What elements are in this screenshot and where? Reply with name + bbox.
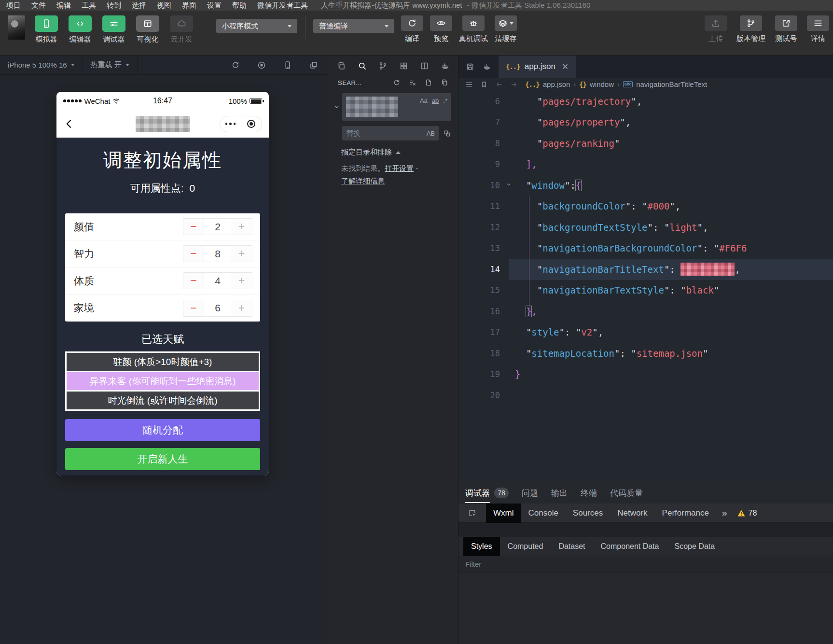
menu-item-选择[interactable]: 选择	[126, 1, 152, 10]
action-预览[interactable]: 预览	[430, 15, 452, 43]
explorer-icon[interactable]	[337, 61, 346, 70]
action-编译[interactable]: 编译	[401, 15, 423, 43]
restart-icon[interactable]	[231, 61, 240, 70]
filter-input[interactable]: Filter	[458, 556, 833, 573]
tool-模拟器[interactable]: 模拟器	[34, 15, 59, 44]
devtools-tab-Console[interactable]: Console	[521, 504, 565, 523]
extensions-icon[interactable]	[399, 61, 408, 70]
menu-item-界面[interactable]: 界面	[177, 1, 202, 10]
talent-item[interactable]: 驻颜 (体质>10时颜值+3)	[67, 353, 259, 371]
styles-tab-Styles[interactable]: Styles	[463, 537, 500, 556]
replace-input[interactable]: 替换 AB	[342, 126, 439, 140]
source-control-icon[interactable]	[378, 61, 388, 70]
styles-tab-Dataset[interactable]: Dataset	[551, 537, 593, 556]
clear-results-icon[interactable]	[409, 79, 416, 86]
increase-button[interactable]: +	[231, 218, 252, 235]
replace-all-icon[interactable]	[443, 129, 451, 138]
debugger-tab-代码质量[interactable]: 代码质量	[610, 482, 643, 504]
code-line-10[interactable]: 10"window":{	[458, 175, 833, 196]
debugger-tab-输出[interactable]: 输出	[551, 482, 568, 504]
storage-icon[interactable]	[466, 62, 474, 71]
learn-more-link[interactable]: 了解详细信息	[341, 177, 385, 185]
decrease-button[interactable]: −	[183, 218, 204, 235]
code-line-9[interactable]: 9],	[458, 154, 833, 175]
search-details-toggle[interactable]: 指定目录和排除	[341, 148, 451, 157]
open-settings-link[interactable]: 打开设置	[385, 164, 414, 172]
menu-item-转到[interactable]: 转到	[101, 1, 126, 10]
action-详情[interactable]: 详情	[807, 15, 829, 43]
talent-item[interactable]: 时光倒流 (或许时间会倒流)	[67, 392, 259, 409]
back-icon[interactable]	[63, 118, 75, 130]
tool-编辑器[interactable]: 编辑器	[68, 15, 93, 44]
action-测试号[interactable]: 测试号	[775, 15, 797, 43]
open-editor-icon[interactable]	[425, 79, 432, 86]
detach-window-icon[interactable]	[309, 61, 318, 70]
docker-icon[interactable]	[441, 61, 450, 70]
search-icon[interactable]	[358, 61, 367, 70]
outline-icon[interactable]	[465, 81, 473, 88]
increase-button[interactable]: +	[231, 300, 252, 317]
menu-item-帮助[interactable]: 帮助	[227, 1, 252, 10]
fold-chevron-icon[interactable]	[505, 181, 512, 188]
debugger-tab-调试器[interactable]: 调试器78	[465, 482, 509, 504]
code-line-20[interactable]: 20	[458, 385, 833, 406]
stop-icon[interactable]	[257, 61, 266, 70]
code-line-7[interactable]: 7"pages/property",	[458, 112, 833, 133]
hot-reload-select[interactable]: 热重载 开	[83, 56, 138, 75]
styles-tab-Component-Data[interactable]: Component Data	[593, 537, 667, 556]
code-line-16[interactable]: 16},	[458, 301, 833, 322]
devtools-tab-Wxml[interactable]: Wxml	[486, 504, 521, 523]
preserve-case-toggle[interactable]: AB	[427, 130, 435, 137]
action-版本管理[interactable]: 版本管理	[736, 15, 765, 43]
devtools-tab-Sources[interactable]: Sources	[566, 504, 610, 523]
decrease-button[interactable]: −	[183, 272, 204, 289]
code-line-17[interactable]: 17"style": "v2",	[458, 322, 833, 343]
refresh-search-icon[interactable]	[393, 79, 401, 86]
start-life-button[interactable]: 开启新人生	[65, 448, 260, 470]
random-assign-button[interactable]: 随机分配	[65, 419, 260, 441]
navigate-forward-icon[interactable]	[510, 81, 518, 88]
menu-item-编辑[interactable]: 编辑	[51, 1, 76, 10]
decrease-button[interactable]: −	[183, 245, 204, 262]
code-editor[interactable]: 6"pages/trajectory",7"pages/property",8"…	[458, 91, 833, 482]
devtools-tab-Network[interactable]: Network	[610, 504, 654, 523]
exit-button[interactable]	[241, 116, 262, 132]
menu-item-文件[interactable]: 文件	[26, 1, 51, 10]
action-真机调试[interactable]: 真机调试	[459, 15, 488, 43]
code-line-11[interactable]: 11"backgroundColor": "#000",	[458, 196, 833, 217]
code-line-14[interactable]: 14"navigationBarTitleText": ,	[458, 259, 833, 280]
code-line-13[interactable]: 13"navigationBarBackgroundColor": "#F6F6	[458, 238, 833, 259]
toggle-replace-icon[interactable]	[333, 93, 341, 140]
bookmark-icon[interactable]	[480, 81, 488, 88]
tool-云开发[interactable]: 云开发	[169, 15, 194, 44]
styles-tab-Scope-Data[interactable]: Scope Data	[667, 537, 723, 556]
code-line-18[interactable]: 18"sitemapLocation": "sitemap.json"	[458, 343, 833, 364]
code-line-19[interactable]: 19}	[458, 364, 833, 385]
close-icon[interactable]: ✕	[562, 62, 569, 71]
styles-tab-Computed[interactable]: Computed	[500, 537, 551, 556]
breadcrumb-file[interactable]: app.json	[543, 80, 570, 88]
breadcrumb-node[interactable]: window	[590, 80, 614, 88]
tool-调试器[interactable]: 调试器	[101, 15, 126, 44]
increase-button[interactable]: +	[231, 245, 252, 262]
compile-mode-select[interactable]: 普通编译	[313, 19, 394, 33]
warning-counter[interactable]: 78	[737, 509, 757, 518]
split-layout-icon[interactable]	[420, 61, 429, 70]
docker-whale-icon[interactable]	[483, 62, 491, 71]
increase-button[interactable]: +	[231, 272, 252, 289]
debugger-tab-终端[interactable]: 终端	[581, 482, 597, 504]
menu-item-项目[interactable]: 项目	[1, 1, 26, 10]
menu-item-工具[interactable]: 工具	[76, 1, 101, 10]
menu-item-设置[interactable]: 设置	[202, 1, 227, 10]
breadcrumb-leaf[interactable]: navigationBarTitleText	[636, 80, 707, 88]
device-select[interactable]: iPhone 5 100% 16	[0, 56, 83, 75]
code-line-8[interactable]: 8"pages/ranking"	[458, 133, 833, 154]
inspect-element-icon[interactable]	[463, 509, 482, 518]
tool-可视化[interactable]: 可视化	[135, 15, 160, 44]
collapse-icon[interactable]	[441, 79, 448, 86]
device-icon[interactable]	[283, 61, 292, 70]
tab-app-json[interactable]: {..} app.json ✕	[499, 56, 576, 78]
mode-select[interactable]: 小程序模式	[216, 19, 297, 33]
regex-toggle[interactable]: .*	[443, 97, 447, 104]
debugger-tab-问题[interactable]: 问题	[522, 482, 538, 504]
